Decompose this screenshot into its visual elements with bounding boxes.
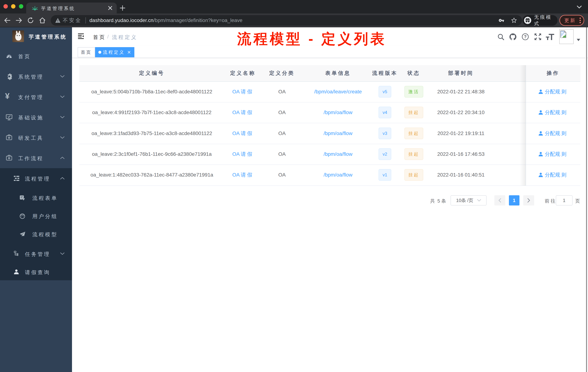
svg-text:?: ? [524, 34, 526, 39]
